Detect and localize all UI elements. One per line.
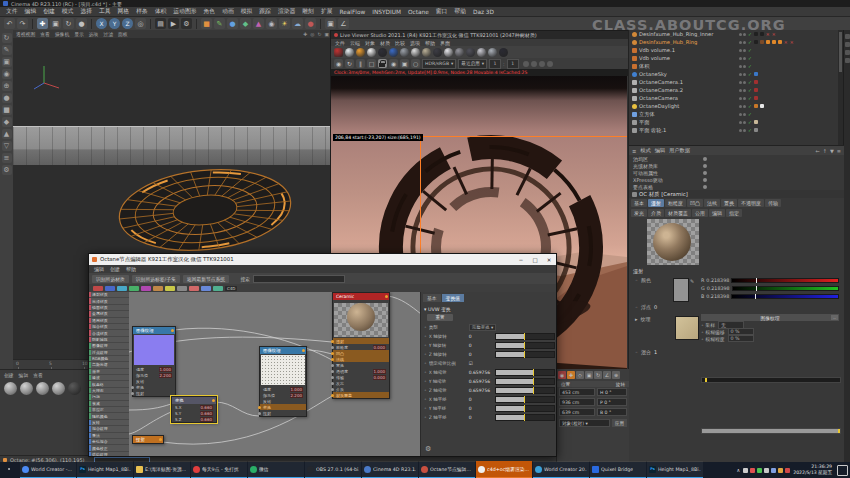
viewport-menu-item[interactable]: 查看 [40,31,50,37]
add-cube-icon[interactable]: ■ [201,18,212,29]
enabled-check-icon[interactable]: ✓ [748,104,752,109]
taskbar-item[interactable]: 微信 [248,461,304,478]
node-input-port[interactable] [258,406,261,409]
node-output-port[interactable] [385,295,388,298]
attribute-menu-item[interactable]: 用户数据 [669,147,690,154]
tray-icon-6[interactable] [785,468,790,473]
node-category-chip-6[interactable] [165,286,175,291]
node-list-item[interactable]: 混合材质 [89,324,129,329]
tray-icon-2[interactable] [757,468,762,473]
live-viewer-titlebar[interactable]: Live Viewer Studio 2021.1 (R4) K921工作室汉化… [331,31,629,39]
taskbar-item[interactable]: E:\海洋贴图-资源... [134,461,190,478]
object-row[interactable]: 立方体✓ [629,110,839,118]
float-slider[interactable] [701,377,841,383]
node-input-value[interactable]: 1.000 [290,387,303,392]
menubar-item[interactable]: Daz 3D [473,9,494,15]
node-list-item[interactable]: 图像纹理 [89,343,129,348]
channel-tab-粗糙度[interactable]: 粗糙度 [665,199,686,207]
node-header[interactable]: Ceramic [333,293,389,300]
render-picture-viewer-icon[interactable]: ▶ [168,18,179,29]
lv-kernel-icon-15[interactable] [499,48,508,57]
left-tool-icon-0[interactable]: ↻ [2,33,12,43]
channel-tab-介质[interactable]: 介质 [648,209,664,217]
node-list-item[interactable]: 烘焙纹理 [89,452,129,456]
maximize-icon[interactable]: □ [528,254,542,265]
pen-tool-icon[interactable]: ✎ [214,18,225,29]
pinned-attribute-row[interactable]: 泊坞区 [629,155,844,162]
lv-kernel-icon-12[interactable] [466,48,475,57]
node-attr-value[interactable]: 0 [469,415,493,420]
live-viewer-menu-item[interactable]: 帮助 [425,40,435,46]
pinned-attribute-row[interactable]: 要点表格 [629,183,844,190]
node-input-value[interactable]: 2.200 [159,373,172,378]
node-input-value[interactable]: 0.660 [200,405,213,410]
menubar-item[interactable]: 角色 [204,7,216,16]
channel-tab-编辑[interactable]: 编辑 [709,209,725,217]
node-input-value[interactable]: 0.660 [200,411,213,416]
node-list-item[interactable]: 浮点纹理 [89,350,129,355]
live-viewer-menu-item[interactable]: 文件 [335,40,345,46]
apply-button[interactable]: 应用 [612,419,627,427]
node-list-item[interactable]: 棋盘格 [89,381,129,386]
mix-value[interactable]: 1 [654,349,657,355]
node-output-port[interactable] [212,399,215,402]
reset-button[interactable]: 重置 [427,314,453,321]
node-attr-value[interactable]: 0 [469,334,493,339]
node-list-item[interactable]: 混合纹理 [89,426,129,431]
object-tag-icon[interactable] [778,40,782,44]
object-row[interactable]: OctaneDaylight✓ [629,102,839,110]
live-viewer-menu-item[interactable]: 对象 [365,40,375,46]
browse-icon[interactable]: .. [831,315,838,320]
lv-kernel-icon-2[interactable] [356,48,365,57]
enabled-check-icon[interactable]: ✓ [748,40,752,45]
lv-kernel-icon-6[interactable] [400,48,409,57]
node-list-item[interactable]: 噪波 [89,375,129,380]
lv-kernel-icon-1[interactable] [345,48,354,57]
enabled-check-icon[interactable]: ✓ [748,88,752,93]
lock-z-axis-icon[interactable]: Z [122,18,133,29]
camera-icon[interactable]: ◉ [389,59,398,68]
node-input-value[interactable]: 0.660 [200,417,213,422]
scale-tool-icon[interactable]: ▣ [50,18,61,29]
node-list-item[interactable]: 通用材质 [89,318,129,323]
node-attr-slider[interactable] [495,378,555,385]
picture-icon[interactable]: ▣ [400,59,409,68]
left-tool-icon-5[interactable]: ● [2,93,12,103]
live-viewer-menu-item[interactable]: 界面 [440,40,450,46]
node-input-row[interactable]: 材质覆盖 [333,392,389,398]
menubar-item[interactable]: 运动图形 [173,7,196,16]
up-icon[interactable]: ↑ [823,148,827,154]
rgb-value[interactable]: 0.218398 [706,294,729,299]
material-icon[interactable]: ● [305,18,316,29]
node-attr-slider[interactable] [495,414,555,421]
material-sphere[interactable] [36,382,49,395]
node-editor-menu-item[interactable]: 编辑 [94,266,104,272]
environment-icon[interactable]: ☁ [292,18,303,29]
channel-tab-基本[interactable]: 基本 [631,199,647,207]
left-tool-icon-8[interactable]: ▲ [2,129,12,139]
lv-kernel-icon-10[interactable] [444,48,453,57]
mix-slider[interactable] [701,428,841,434]
node-list-item[interactable]: 乘法 [89,433,129,438]
node-attr-value[interactable]: 0 [469,352,493,357]
node-input-port[interactable] [331,394,334,397]
taskbar-clock[interactable]: 21:36:29 2022/5/13 星期五 [793,464,832,476]
enabled-check-icon[interactable]: ✓ [748,120,752,125]
node-list-item[interactable]: 渐变 [89,369,129,374]
node-input-value[interactable]: 1.000 [373,369,386,374]
lv-kernel-icon-5[interactable] [389,48,398,57]
object-tag-icon[interactable] [754,104,758,108]
lv-kernel-icon-3[interactable] [367,48,376,57]
rotation-value[interactable]: B 0 ° [597,408,627,416]
material-preview[interactable] [647,219,699,265]
pan-icon[interactable]: ✚ [303,32,307,37]
texture-property-value[interactable]: 0 % [728,335,754,342]
menubar-item[interactable]: 模拟 [241,7,253,16]
node-category-chip-5[interactable] [153,286,163,291]
node-output-port[interactable] [159,438,162,441]
object-tag-icon[interactable] [754,40,758,44]
attribute-menu-item[interactable]: 编辑 [655,147,665,154]
node-header[interactable]: 投射 [133,436,163,443]
node-list-item[interactable]: 随机颜色 [89,413,129,418]
visibility-dots[interactable] [739,41,746,44]
